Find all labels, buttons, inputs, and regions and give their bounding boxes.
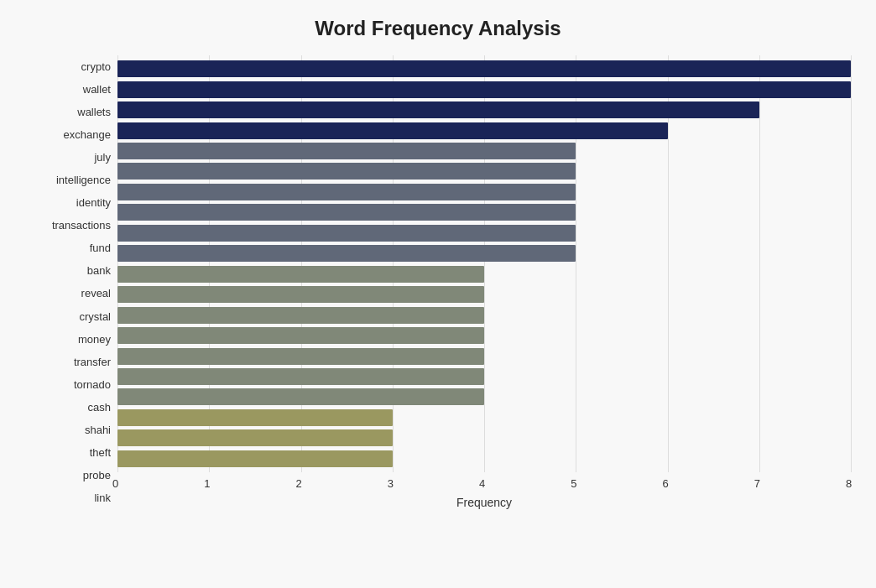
bar-money	[117, 307, 484, 324]
y-label-fund: fund	[25, 237, 111, 259]
bar-row-exchange	[117, 120, 851, 140]
bar-row-link	[117, 449, 851, 469]
y-label-crystal: crystal	[25, 305, 111, 328]
y-label-reveal: reveal	[25, 282, 111, 304]
bar-row-crypto	[117, 59, 851, 79]
x-tick-2: 2	[296, 477, 302, 490]
x-tick-3: 3	[388, 477, 394, 490]
y-label-tornado: tornado	[25, 373, 111, 396]
grid-line-8	[851, 55, 852, 472]
bar-crystal	[117, 286, 484, 303]
y-label-bank: bank	[25, 259, 111, 282]
y-label-identity: identity	[25, 191, 111, 214]
x-tick-0: 0	[112, 477, 118, 490]
x-tick-5: 5	[571, 477, 576, 490]
y-axis-labels: cryptowalletwalletsexchangejulyintellige…	[25, 55, 117, 509]
x-tick-4: 4	[479, 477, 485, 490]
bar-row-shahi	[117, 387, 851, 407]
y-label-exchange: exchange	[25, 123, 111, 146]
x-tick-1: 1	[204, 477, 210, 490]
y-label-theft: theft	[25, 441, 111, 464]
chart-container: Word Frequency Analysis cryptowalletwall…	[0, 0, 876, 588]
bar-bank	[117, 245, 576, 262]
bar-row-wallet	[117, 79, 851, 99]
bar-row-cash	[117, 367, 851, 387]
chart-area: cryptowalletwalletsexchangejulyintellige…	[25, 55, 851, 509]
bar-fund	[117, 225, 576, 242]
bar-row-money	[117, 304, 851, 325]
bar-probe	[117, 429, 393, 446]
bar-transfer	[117, 327, 484, 344]
bar-row-reveal	[117, 264, 851, 284]
bar-row-intelligence	[117, 161, 851, 181]
bar-row-wallets	[117, 100, 851, 120]
bar-row-july	[117, 141, 851, 161]
bar-reveal	[117, 266, 484, 283]
bar-tornado	[117, 348, 484, 365]
bar-row-theft	[117, 408, 851, 428]
bar-exchange	[117, 122, 668, 139]
bar-row-crystal	[117, 284, 851, 304]
grid-and-bars	[117, 55, 851, 472]
x-axis-label: Frequency	[117, 496, 851, 509]
bar-link	[117, 450, 393, 467]
y-label-shahi: shahi	[25, 419, 111, 441]
bar-row-transactions	[117, 202, 851, 222]
bar-row-identity	[117, 182, 851, 202]
chart-title: Word Frequency Analysis	[25, 17, 851, 40]
bar-row-fund	[117, 223, 851, 243]
x-tick-8: 8	[846, 477, 852, 490]
bar-row-transfer	[117, 325, 851, 346]
bar-identity	[117, 184, 576, 200]
bar-july	[117, 143, 576, 159]
bar-theft	[117, 409, 393, 426]
x-tick-7: 7	[754, 477, 760, 490]
bar-row-probe	[117, 428, 851, 448]
bar-wallets	[117, 101, 759, 118]
bars-and-grid: 012345678 Frequency	[117, 55, 851, 509]
y-label-july: july	[25, 146, 111, 169]
bar-transactions	[117, 204, 576, 221]
bar-row-bank	[117, 243, 851, 263]
bar-intelligence	[117, 163, 576, 180]
bar-row-tornado	[117, 346, 851, 366]
bar-shahi	[117, 388, 484, 405]
y-label-cash: cash	[25, 396, 111, 419]
y-label-transfer: transfer	[25, 351, 111, 373]
y-label-link: link	[25, 487, 111, 509]
y-label-intelligence: intelligence	[25, 169, 111, 191]
bar-cash	[117, 368, 484, 385]
y-label-money: money	[25, 328, 111, 351]
bar-crypto	[117, 60, 851, 77]
bar-wallet	[117, 81, 851, 98]
y-label-wallet: wallet	[25, 78, 111, 101]
y-label-probe: probe	[25, 464, 111, 487]
y-label-wallets: wallets	[25, 101, 111, 123]
x-tick-6: 6	[663, 477, 669, 490]
y-label-transactions: transactions	[25, 214, 111, 237]
y-label-crypto: crypto	[25, 55, 111, 78]
